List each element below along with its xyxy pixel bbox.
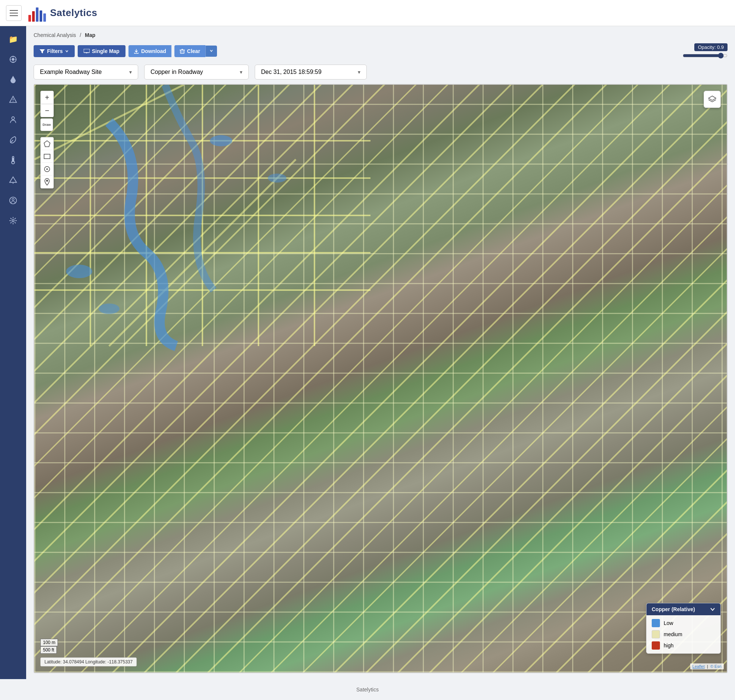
- breadcrumb-parent[interactable]: Chemical Analysis: [34, 32, 76, 38]
- map-background: [34, 85, 727, 672]
- main-layout: 📁: [0, 26, 735, 679]
- download-split-button: Download: [128, 45, 171, 57]
- sidebar-item-settings[interactable]: [4, 211, 22, 230]
- person-icon: [9, 116, 17, 124]
- tree-icon: [9, 176, 17, 184]
- map-attribution: Leaflet | © Esri: [690, 663, 724, 669]
- svg-point-13: [12, 117, 14, 119]
- draw-tools: [40, 137, 54, 189]
- map-scale-500ft: 500 ft: [40, 646, 57, 654]
- svg-point-50: [46, 168, 48, 170]
- polygon-icon: [44, 140, 50, 147]
- sidebar-item-people[interactable]: [4, 111, 22, 129]
- clear-button[interactable]: Clear: [174, 45, 205, 57]
- sidebar-item-profile[interactable]: [4, 191, 22, 210]
- chemical-dropdown-value: Copper in Roadway: [151, 69, 203, 75]
- footer-text: Satelytics: [356, 687, 379, 693]
- svg-rect-23: [84, 49, 90, 53]
- draw-label-button[interactable]: Draw: [40, 118, 53, 131]
- sidebar-item-files[interactable]: 📁: [4, 30, 22, 49]
- legend-color-medium: [652, 630, 660, 638]
- legend-color-high: [652, 641, 660, 650]
- site-dropdown-arrow: ▾: [129, 69, 132, 75]
- chemical-dropdown-arrow: ▾: [240, 69, 242, 75]
- droplet-icon: [10, 75, 16, 84]
- leaflet-attribution[interactable]: Leaflet: [692, 664, 705, 669]
- legend-color-low: [652, 619, 660, 627]
- sidebar-item-chemical[interactable]: [4, 70, 22, 89]
- svg-point-51: [46, 180, 48, 182]
- map-legend: Copper (Relative) Low medium: [646, 603, 721, 654]
- rectangle-icon: [44, 154, 50, 159]
- settings-icon: [9, 217, 17, 225]
- svg-rect-0: [28, 15, 31, 22]
- svg-marker-47: [44, 141, 50, 147]
- logo-icon: [28, 4, 46, 22]
- main-content: Chemical Analysis / Map Filters: [26, 26, 735, 679]
- svg-marker-18: [10, 177, 16, 183]
- legend-item-low: Low: [652, 619, 715, 627]
- filter-icon: [40, 49, 45, 54]
- map-container[interactable]: + − Draw: [34, 84, 728, 673]
- layers-icon: [708, 95, 717, 103]
- draw-text: Draw: [43, 123, 51, 127]
- dropdown-arrow-icon: [210, 49, 213, 53]
- legend-label-medium: medium: [664, 631, 682, 637]
- svg-point-22: [12, 220, 14, 222]
- user-circle-icon: [9, 196, 17, 205]
- svg-rect-2: [36, 7, 38, 22]
- sidebar-item-target[interactable]: [4, 50, 22, 69]
- opacity-control: Opacity: 0.9: [683, 43, 728, 59]
- layers-button[interactable]: [704, 91, 721, 108]
- legend-body: Low medium high: [646, 615, 720, 653]
- svg-marker-52: [708, 96, 716, 100]
- draw-marker-button[interactable]: [41, 175, 53, 188]
- target-icon: [9, 55, 17, 63]
- svg-rect-1: [32, 11, 35, 22]
- sidebar-item-alerts[interactable]: [4, 90, 22, 109]
- toolbar: Filters Single Map: [34, 43, 728, 59]
- svg-rect-48: [44, 154, 50, 159]
- esri-attribution: © Esri: [710, 664, 722, 669]
- datetime-dropdown[interactable]: Dec 31, 2015 18:59:59 ▾: [255, 65, 367, 80]
- sidebar-item-temperature[interactable]: [4, 151, 22, 169]
- svg-rect-4: [43, 13, 46, 22]
- svg-point-6: [12, 58, 14, 60]
- legend-label-high: high: [664, 643, 673, 648]
- warning-icon: [9, 96, 17, 104]
- site-dropdown[interactable]: Example Roadway Site ▾: [34, 65, 138, 80]
- opacity-slider[interactable]: [683, 53, 728, 59]
- legend-chevron-icon: [710, 607, 715, 612]
- sidebar-item-vegetation[interactable]: [4, 171, 22, 190]
- draw-label[interactable]: Draw: [40, 118, 53, 131]
- single-map-button[interactable]: Single Map: [78, 45, 125, 57]
- marker-icon: [44, 178, 50, 186]
- zoom-in-button[interactable]: +: [41, 91, 53, 104]
- breadcrumb: Chemical Analysis / Map: [34, 32, 728, 38]
- legend-item-high: high: [652, 641, 715, 650]
- sidebar-item-environment[interactable]: [4, 131, 22, 149]
- download-button[interactable]: Download: [128, 45, 171, 57]
- filters-button[interactable]: Filters: [34, 45, 75, 57]
- datetime-dropdown-arrow: ▾: [358, 69, 360, 75]
- logo-area: Satelytics: [28, 4, 97, 22]
- zoom-out-button[interactable]: −: [41, 104, 53, 117]
- clear-dropdown-button[interactable]: [205, 46, 217, 57]
- draw-rectangle-button[interactable]: [41, 150, 53, 163]
- map-coordinates: Latitude: 34.078494 Longitude: -118.3753…: [40, 657, 137, 666]
- leaf-icon: [9, 136, 17, 144]
- trash-icon: [180, 49, 185, 54]
- draw-circle-button[interactable]: [41, 163, 53, 175]
- draw-polygon-button[interactable]: [41, 137, 53, 150]
- breadcrumb-current: Map: [85, 32, 95, 38]
- folder-icon: 📁: [9, 35, 18, 44]
- legend-label-low: Low: [664, 620, 673, 626]
- circle-icon: [44, 166, 50, 172]
- chemical-dropdown[interactable]: Copper in Roadway ▾: [144, 65, 249, 80]
- svg-point-21: [12, 199, 14, 201]
- app-title: Satelytics: [50, 7, 97, 19]
- download-icon: [134, 49, 139, 54]
- hamburger-icon: [10, 10, 18, 16]
- legend-header[interactable]: Copper (Relative): [646, 603, 720, 615]
- hamburger-button[interactable]: [6, 5, 22, 21]
